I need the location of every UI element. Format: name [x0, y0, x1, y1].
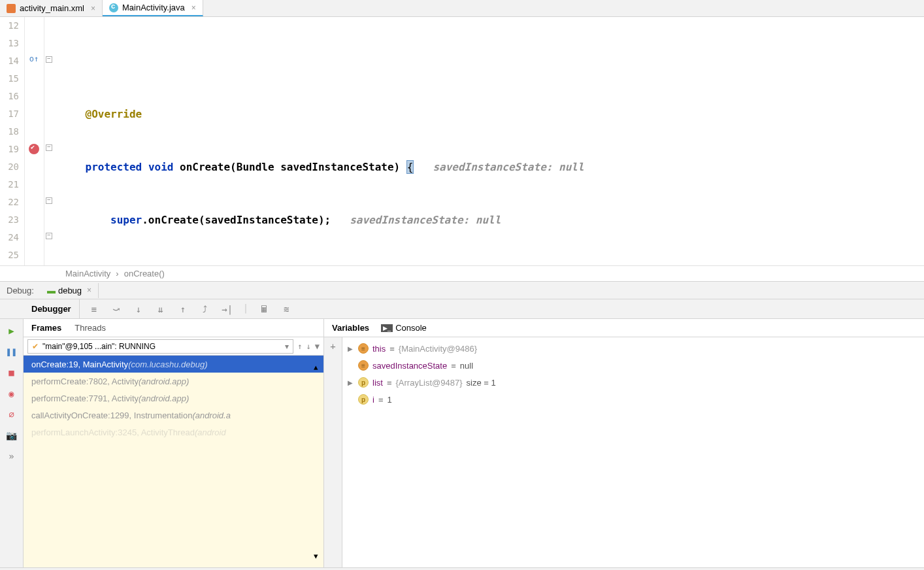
expand-icon[interactable]: ▶	[346, 345, 354, 352]
breadcrumb[interactable]: MainActivity › onCreate()	[0, 265, 924, 281]
frames-tab[interactable]: Frames	[31, 323, 61, 333]
evaluate-expression-icon[interactable]: 🖩	[257, 303, 271, 316]
close-icon[interactable]: ×	[191, 3, 196, 12]
debug-config-tab[interactable]: ▬ debug ×	[41, 283, 99, 298]
view-breakpoints-icon[interactable]: ◉	[5, 387, 18, 400]
code-editor[interactable]: 1213141516171819202122232425262728293031…	[0, 17, 924, 265]
pause-icon[interactable]: ❚❚	[5, 345, 18, 358]
console-tab[interactable]: ▶_Console	[381, 323, 427, 333]
thread-selector[interactable]: ✔ "main"@9,105 ...ain": RUNNING ▾	[27, 339, 293, 354]
line-number-gutter: 1213141516171819202122232425262728293031	[0, 17, 25, 265]
expand-icon[interactable]: ▶	[346, 379, 354, 386]
variables-pane: Variables ▶_Console + ▶≡this = {MainActi…	[324, 319, 924, 567]
bottom-bar	[0, 567, 924, 570]
add-watch-button[interactable]: +	[324, 337, 342, 567]
debug-config-name: debug	[58, 286, 82, 295]
variable-row[interactable]: ▶plist = {ArrayList@9487} size = 1	[342, 374, 924, 391]
fold-icon[interactable]	[46, 56, 52, 63]
editor-tabs: activity_main.xml × MainActivity.java ×	[0, 0, 924, 17]
threads-tab[interactable]: Threads	[74, 323, 106, 333]
debugger-tab[interactable]: Debugger	[24, 299, 80, 318]
chevron-down-icon: ▾	[285, 342, 289, 351]
console-icon: ▶_	[381, 324, 393, 332]
tab-label: activity_main.xml	[20, 3, 84, 13]
field-icon: ≡	[358, 360, 369, 371]
checkmark-icon: ✔	[32, 342, 39, 351]
prev-frame-icon[interactable]: ↑	[297, 342, 302, 351]
stack-frame[interactable]: callActivityOnCreate:1299, Instrumentati…	[24, 407, 323, 424]
debug-side-toolbar: ▶ ❚❚ ■ ◉ ⌀ 📷 »	[0, 319, 24, 567]
variables-list[interactable]: ▶≡this = {MainActivity@9486} ≡savedInsta…	[342, 337, 924, 567]
scroll-down-icon[interactable]: ▾	[314, 551, 321, 561]
show-execution-point-icon[interactable]: ≡	[88, 303, 101, 316]
step-out-icon[interactable]: ↑	[176, 303, 190, 316]
stack-frame[interactable]: performLaunchActivity:3245, ActivityThre…	[24, 424, 323, 441]
chevron-right-icon: ›	[116, 269, 118, 278]
step-over-icon[interactable]: ⤻	[110, 303, 123, 316]
fold-icon[interactable]	[46, 197, 52, 204]
stack-frame[interactable]: onCreate:19, MainActivity (com.lucashu.d…	[24, 356, 323, 373]
fold-column	[44, 17, 54, 265]
breadcrumb-item[interactable]: MainActivity	[65, 269, 110, 278]
close-icon[interactable]: ×	[87, 286, 91, 295]
mute-breakpoints-icon[interactable]: ⌀	[5, 408, 18, 421]
parameter-icon: p	[358, 394, 369, 405]
code-content[interactable]: @Override protected void onCreate(Bundle…	[54, 17, 924, 265]
debug-label: Debug:	[0, 286, 41, 295]
close-icon[interactable]: ×	[91, 4, 95, 13]
variable-row[interactable]: ▶≡this = {MainActivity@9486}	[342, 340, 924, 357]
fold-icon[interactable]	[46, 144, 52, 151]
stop-icon[interactable]: ■	[5, 366, 18, 379]
stack-frame[interactable]: performCreate:7802, Activity (android.ap…	[24, 373, 323, 390]
java-class-icon	[109, 3, 118, 12]
frames-pane: Frames Threads ✔ "main"@9,105 ...ain": R…	[24, 319, 324, 567]
force-step-into-icon[interactable]: ⇊	[154, 303, 167, 316]
breakpoint-icon[interactable]	[29, 144, 39, 154]
variable-row[interactable]: pi = 1	[342, 391, 924, 408]
trace-icon[interactable]: ≋	[280, 303, 293, 316]
thread-name: "main"@9,105 ...ain": RUNNING	[42, 342, 156, 351]
xml-file-icon	[7, 4, 16, 13]
camera-icon[interactable]: 📷	[5, 429, 18, 442]
more-icon[interactable]: »	[5, 450, 18, 463]
variable-row[interactable]: ≡savedInstanceState = null	[342, 357, 924, 374]
gutter-icons: o↑	[25, 17, 44, 265]
android-icon: ▬	[47, 286, 56, 295]
run-to-cursor-icon[interactable]: →|	[221, 303, 234, 316]
next-frame-icon[interactable]: ↓	[306, 342, 311, 351]
drop-frame-icon[interactable]: ⤴	[199, 303, 212, 316]
resume-icon[interactable]: ▶	[5, 324, 18, 337]
stack-frame[interactable]: performCreate:7791, Activity (android.ap…	[24, 390, 323, 407]
field-icon: ≡	[358, 343, 369, 354]
parameter-icon: p	[358, 377, 369, 388]
variables-tab[interactable]: Variables	[332, 323, 369, 333]
tab-label: MainActivity.java	[122, 3, 185, 12]
tab-activity-main-xml[interactable]: activity_main.xml ×	[0, 0, 103, 16]
step-into-icon[interactable]: ↓	[132, 303, 145, 316]
debug-panel-header: Debug: ▬ debug ×	[0, 281, 924, 299]
debug-toolbar: Debugger ≡ ⤻ ↓ ⇊ ↑ ⤴ →| | 🖩 ≋	[0, 299, 924, 319]
fold-icon[interactable]	[46, 233, 52, 239]
filter-icon[interactable]: ▼	[315, 342, 320, 351]
breadcrumb-item[interactable]: onCreate()	[124, 269, 165, 278]
override-up-icon[interactable]: o↑	[29, 54, 39, 65]
frames-list[interactable]: onCreate:19, MainActivity (com.lucashu.d…	[24, 356, 323, 567]
scroll-up-icon[interactable]: ▴	[314, 362, 321, 372]
tab-mainactivity-java[interactable]: MainActivity.java ×	[103, 0, 203, 16]
